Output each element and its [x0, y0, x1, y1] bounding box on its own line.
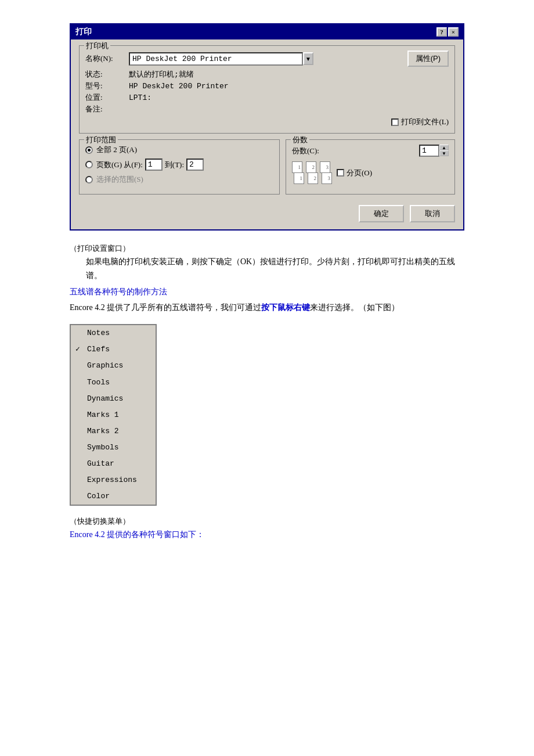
print-to-file-checkbox[interactable]	[391, 118, 399, 126]
model-value: HP DeskJet 200 Printer	[129, 82, 229, 91]
from-label: 从(F):	[124, 160, 143, 170]
status-row: 状态: 默认的打印机;就绪	[85, 69, 449, 80]
cancel-button[interactable]: 取消	[410, 205, 455, 222]
dialog-buttons: 确定 取消	[79, 205, 455, 222]
menu-item-guitar[interactable]: Guitar	[71, 456, 156, 472]
copies-group-title: 份数	[291, 135, 309, 145]
context-menu: NotesClefsGraphicsToolsDynamicsMarks 1Ma…	[70, 324, 157, 506]
model-row: 型号: HP DeskJet 200 Printer	[85, 81, 449, 91]
copies-down-button[interactable]: ▼	[439, 150, 449, 156]
print-to-file-label[interactable]: 打印到文件(L)	[391, 117, 449, 127]
all-pages-radio[interactable]	[85, 146, 93, 154]
location-label: 位置:	[85, 92, 129, 103]
from-input[interactable]	[145, 159, 163, 171]
menu-item-expressions[interactable]: Expressions	[71, 472, 156, 488]
to-input[interactable]	[186, 159, 204, 171]
range-inputs: 从(F): 到(T):	[124, 159, 204, 171]
copies-label: 份数(C):	[292, 146, 419, 156]
collate-page-1: 1	[292, 161, 302, 173]
intro-text2: 来进行选择。（如下图）	[310, 303, 399, 312]
menu-item-symbols[interactable]: Symbols	[71, 440, 156, 456]
name-label: 名称(N):	[85, 53, 129, 64]
menu-item-dynamics[interactable]: Dynamics	[71, 391, 156, 407]
location-value: LPT1:	[129, 93, 151, 102]
pages-row: 页数(G) 从(F): 到(T):	[85, 159, 273, 171]
properties-button[interactable]: 属性(P)	[407, 51, 449, 67]
copies-input-wrapper: ▲ ▼	[419, 145, 449, 157]
copies-input[interactable]	[419, 145, 439, 157]
collate-page-1b: 1	[294, 172, 304, 184]
notes-label: 备注:	[85, 104, 129, 114]
printer-group: 打印机 名称(N): HP DeskJet 200 Printer ▼ 属性(P…	[79, 45, 455, 134]
collate-label[interactable]: 分页(O)	[337, 168, 372, 178]
print-range-title: 打印范围	[84, 135, 118, 145]
dialog-body: 打印机 名称(N): HP DeskJet 200 Printer ▼ 属性(P…	[71, 39, 463, 229]
heading-link-wrapper: 五线谱各种符号的制作方法	[70, 285, 464, 299]
collate-page-3: 3	[320, 161, 330, 173]
intro-paragraph: Encore 4.2 提供了几乎所有的五线谱符号，我们可通过按下鼠标右键来进行选…	[70, 301, 464, 315]
selection-label: 选择的范围(S)	[96, 174, 143, 185]
menu-item-graphics[interactable]: Graphics	[71, 358, 156, 374]
all-pages-row: 全部 2 页(A)	[85, 145, 273, 155]
close-button[interactable]: ×	[448, 27, 459, 37]
status-label: 状态:	[85, 69, 129, 80]
model-label: 型号:	[85, 81, 129, 91]
heading-link[interactable]: 五线谱各种符号的制作方法	[70, 287, 167, 296]
to-label: 到(T):	[165, 160, 184, 170]
collate-icon: 1 1 2 2 3 3	[292, 161, 332, 184]
collate-page-2b: 2	[308, 172, 318, 184]
copies-spinner: ▲ ▼	[439, 145, 449, 157]
dialog-title: 打印	[75, 27, 92, 37]
status-value: 默认的打印机;就绪	[129, 69, 194, 80]
printer-dropdown[interactable]: HP DeskJet 200 Printer	[129, 52, 303, 66]
printer-name-row: 名称(N): HP DeskJet 200 Printer ▼ 属性(P)	[85, 51, 449, 67]
collate-page-3b: 3	[322, 172, 332, 184]
menu-item-clefs[interactable]: Clefs	[71, 341, 156, 358]
ok-button[interactable]: 确定	[359, 205, 404, 222]
copies-row: 份数(C): ▲ ▼	[292, 145, 449, 157]
print-to-file-row: 打印到文件(L)	[85, 117, 449, 127]
menu-item-marks 1[interactable]: Marks 1	[71, 407, 156, 423]
dialog-titlebar: 打印 ? ×	[71, 24, 463, 39]
copies-up-button[interactable]: ▲	[439, 145, 449, 150]
menu-item-marks 2[interactable]: Marks 2	[71, 423, 156, 440]
print-dialog: 打印 ? × 打印机 名称(N): HP DeskJet 200 Printer…	[70, 23, 464, 231]
pages-label: 页数(G)	[96, 160, 122, 170]
menu-item-tools[interactable]: Tools	[71, 375, 156, 391]
titlebar-buttons: ? ×	[436, 27, 459, 37]
collate-page-2: 2	[306, 161, 316, 173]
print-range-group: 打印范围 全部 2 页(A) 页数(G) 从(F): 到(T):	[79, 139, 280, 195]
notes-row: 备注:	[85, 104, 449, 114]
collate-checkbox[interactable]	[337, 169, 344, 177]
menu-item-color[interactable]: Color	[71, 488, 156, 505]
selection-row: 选择的范围(S)	[85, 174, 273, 185]
dropdown-arrow-icon[interactable]: ▼	[303, 52, 313, 65]
printer-select-wrapper: HP DeskJet 200 Printer ▼	[129, 52, 407, 66]
printer-group-title: 打印机	[84, 41, 110, 51]
menu-item-notes[interactable]: Notes	[71, 325, 156, 341]
pages-radio[interactable]	[85, 161, 93, 168]
footer-text: Encore 4.2 提供的各种符号窗口如下：	[70, 528, 464, 542]
paragraph1: 如果电脑的打印机安装正确，则按下确定（OK）按钮进行打印。少待片刻，打印机即可打…	[86, 255, 464, 283]
caption2: （快捷切换菜单）	[70, 515, 464, 528]
copies-group: 份数 份数(C): ▲ ▼ 1 1	[286, 139, 455, 195]
all-pages-label: 全部 2 页(A)	[96, 145, 137, 155]
caption-text: （打印设置窗口）	[70, 242, 464, 255]
bold-link[interactable]: 按下鼠标右键	[261, 303, 310, 312]
content-area: （打印设置窗口） 如果电脑的打印机安装正确，则按下确定（OK）按钮进行打印。少待…	[70, 242, 464, 542]
bottom-groups: 打印范围 全部 2 页(A) 页数(G) 从(F): 到(T):	[79, 139, 455, 200]
location-row: 位置: LPT1:	[85, 92, 449, 103]
collate-row: 1 1 2 2 3 3 分页(O)	[292, 161, 449, 184]
selection-radio[interactable]	[85, 176, 93, 183]
intro-text: Encore 4.2 提供了几乎所有的五线谱符号，我们可通过	[70, 303, 261, 312]
help-button[interactable]: ?	[436, 27, 447, 37]
